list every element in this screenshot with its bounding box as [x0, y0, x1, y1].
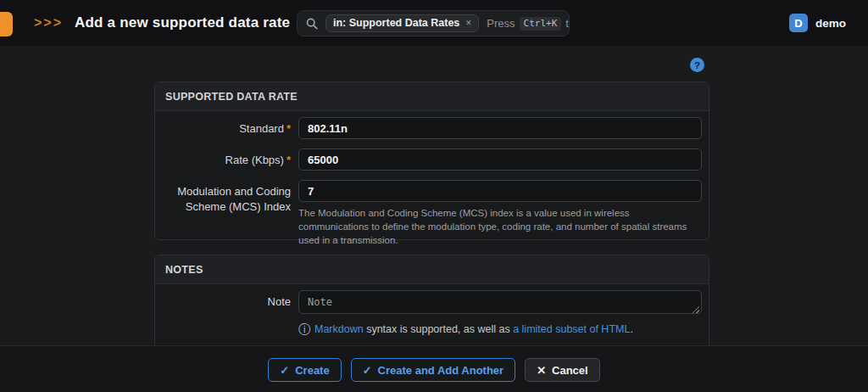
markdown-hint-period: .	[630, 323, 632, 335]
card-supported-data-rate-title: SUPPORTED DATA RATE	[155, 82, 709, 111]
logo-chevrons-icon: >>>	[34, 16, 63, 30]
required-asterisk: *	[287, 122, 291, 135]
form-row-rate: Rate (Kbps)*	[164, 148, 702, 171]
info-icon: ⓘ	[298, 323, 310, 335]
rate-kbps-input[interactable]	[298, 148, 702, 171]
standard-input[interactable]	[298, 117, 702, 139]
card-supported-data-rate: SUPPORTED DATA RATE Standard* Rate (Kbps…	[154, 81, 709, 240]
mcs-field-col: The Modulation and Coding Scheme (MCS) i…	[298, 180, 702, 247]
note-textarea[interactable]	[298, 290, 702, 314]
note-field-label: Note	[164, 290, 291, 335]
create-and-add-another-button-label: Create and Add Another	[378, 364, 504, 377]
rate-field-col	[298, 148, 702, 171]
note-textarea-wrap	[298, 290, 702, 317]
markdown-hint: ⓘ Markdown syntax is supported, as well …	[298, 323, 702, 335]
standard-field-label: Standard*	[164, 117, 291, 139]
rate-label-text: Rate (Kbps)	[225, 154, 284, 166]
check-icon: ✓	[280, 364, 289, 377]
card-supported-data-rate-body: Standard* Rate (Kbps)* Modulation and Co…	[155, 111, 709, 257]
cancel-button-label: Cancel	[552, 364, 588, 377]
x-icon: ✕	[537, 364, 546, 377]
form-row-mcs: Modulation and Coding Scheme (MCS) Index…	[164, 180, 702, 247]
search-placeholder-suffix: to sear	[565, 17, 570, 30]
chip-remove-icon[interactable]: ×	[465, 17, 471, 29]
create-button[interactable]: ✓ Create	[268, 358, 341, 382]
top-header: >>> Add a new supported data rate in: Su…	[0, 0, 868, 46]
markdown-link[interactable]: Markdown	[314, 323, 364, 335]
html-subset-link[interactable]: a limited subset of HTML	[513, 323, 630, 335]
avatar: D	[789, 14, 808, 32]
note-field-col: ⓘ Markdown syntax is supported, as well …	[298, 290, 702, 335]
required-asterisk: *	[287, 154, 291, 166]
mcs-field-label: Modulation and Coding Scheme (MCS) Index	[164, 180, 291, 247]
search-icon	[306, 18, 318, 30]
standard-label-text: Standard	[239, 122, 284, 135]
user-menu[interactable]: D demo	[789, 14, 846, 32]
main-content: ? SUPPORTED DATA RATE Standard* Rate (Kb…	[0, 46, 868, 345]
create-and-add-another-button[interactable]: ✓ Create and Add Another	[351, 358, 515, 382]
global-search-input[interactable]: in: Supported Data Rates × Press Ctrl+K …	[297, 10, 570, 36]
standard-field-col	[298, 117, 702, 139]
form-row-standard: Standard*	[164, 117, 702, 139]
markdown-hint-text: Markdown syntax is supported, as well as…	[314, 323, 633, 335]
ctrl-k-shortcut-badge: Ctrl+K	[520, 17, 562, 31]
form-action-bar: ✓ Create ✓ Create and Add Another ✕ Canc…	[0, 345, 868, 392]
page-title: Add a new supported data rate	[75, 14, 290, 31]
cancel-button[interactable]: ✕ Cancel	[525, 358, 600, 382]
markdown-hint-middle: syntax is supported, as well as	[364, 323, 513, 335]
check-icon: ✓	[363, 364, 372, 377]
search-filter-chip[interactable]: in: Supported Data Rates ×	[326, 14, 479, 32]
card-notes-body: Note ⓘ Markdown syntax is supported, as …	[155, 284, 709, 345]
card-notes-title: NOTES	[155, 255, 709, 284]
card-notes: NOTES Note ⓘ Markdown syntax is supporte…	[154, 255, 709, 345]
create-button-label: Create	[295, 364, 329, 377]
search-placeholder-prefix: Press	[487, 17, 515, 30]
mcs-index-input[interactable]	[298, 180, 702, 202]
mcs-help-text: The Modulation and Coding Scheme (MCS) i…	[298, 206, 702, 247]
username-label: demo	[815, 17, 846, 30]
search-filter-chip-label: in: Supported Data Rates	[333, 17, 459, 29]
help-icon[interactable]: ?	[690, 58, 704, 72]
rate-field-label: Rate (Kbps)*	[164, 148, 291, 171]
form-row-note: Note ⓘ Markdown syntax is supported, as …	[164, 290, 702, 335]
search-placeholder: Press Ctrl+K to sear	[487, 17, 570, 31]
app-logo[interactable]	[0, 12, 13, 36]
